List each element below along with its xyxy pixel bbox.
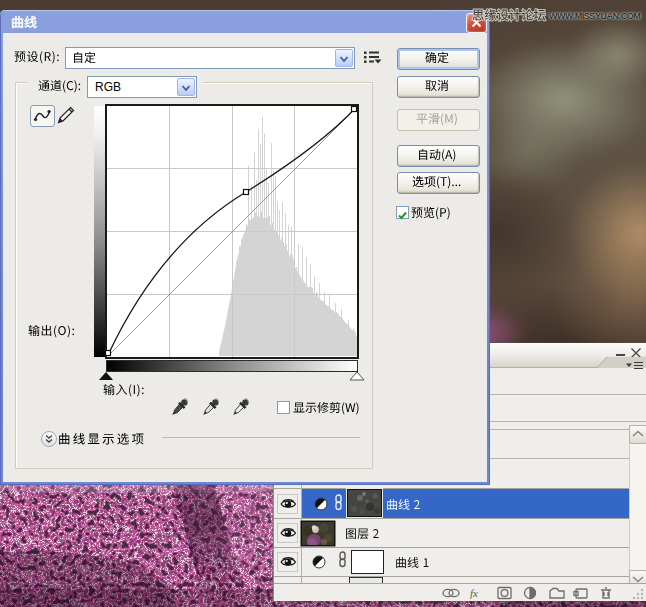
svg-text:fx: fx bbox=[470, 587, 478, 599]
